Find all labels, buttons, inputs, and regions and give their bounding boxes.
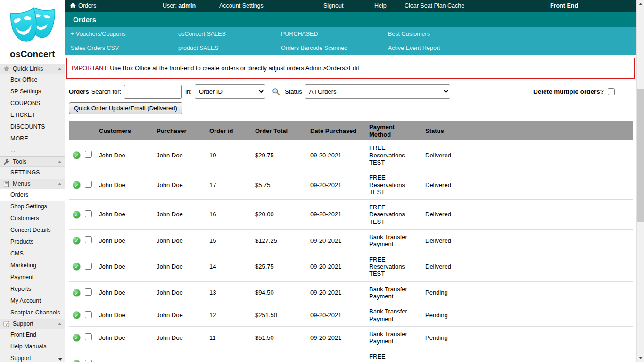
scroll-up-icon[interactable] xyxy=(637,0,644,8)
submenu-orders-barcode-scanned[interactable]: Orders Barcode Scanned xyxy=(281,45,388,51)
scroll-down-icon[interactable] xyxy=(637,354,644,362)
payment-method: FREE Reservations TEST xyxy=(365,140,421,170)
order-select-checkbox[interactable] xyxy=(85,311,92,318)
search-icon[interactable] xyxy=(272,88,280,96)
customer-name[interactable]: John Doe xyxy=(95,200,153,230)
order-select-checkbox[interactable] xyxy=(85,210,92,217)
sidebar-section-header[interactable]: ? Support xyxy=(0,319,65,329)
topnav-help[interactable]: Help xyxy=(374,2,387,9)
submenu-best-customers[interactable]: Best Customers xyxy=(388,31,636,37)
sidebar-item-my-account[interactable]: My Account xyxy=(0,295,65,307)
sidebar-item-cms[interactable]: CMS xyxy=(0,248,65,260)
customer-name[interactable]: John Doe xyxy=(95,170,153,200)
col-order-total: Order Total xyxy=(251,121,306,140)
submenu-product-sales[interactable]: product SALES xyxy=(178,45,281,51)
sidebar-item-seatplan-channels[interactable]: Seatplan Channels xyxy=(0,307,65,319)
order-id: 11 xyxy=(206,327,251,349)
order-ok-icon[interactable]: ✓ xyxy=(73,181,81,189)
sidebar-item-box-office[interactable]: Box Office xyxy=(0,74,65,86)
order-select-checkbox[interactable] xyxy=(85,360,92,362)
customer-name[interactable]: John Doe xyxy=(95,349,153,362)
sidebar-item-orders[interactable]: Orders xyxy=(0,189,65,201)
table-row: ✓ John Doe John Doe 12 $251.50 09-20-202… xyxy=(69,304,633,327)
sidebar-item-support[interactable]: Support xyxy=(0,353,65,362)
vertical-scrollbar[interactable] xyxy=(636,0,644,362)
scrollbar-thumb[interactable] xyxy=(637,89,644,222)
col-status: Status xyxy=(421,121,633,140)
sidebar-item-shop-settings[interactable]: Shop Settings xyxy=(0,201,65,213)
order-id: 17 xyxy=(206,170,251,200)
collapse-arrow-icon[interactable] xyxy=(58,68,62,70)
sidebar-item-help-manuals[interactable]: Help Manuals xyxy=(0,341,65,353)
order-ok-icon[interactable]: ✓ xyxy=(73,334,81,342)
wrench-icon xyxy=(3,158,11,165)
col-order-id: Order id xyxy=(206,121,251,140)
submenu-vouchers-coupons[interactable]: + Vouchers/Coupons xyxy=(65,31,178,37)
order-ok-icon[interactable]: ✓ xyxy=(73,263,81,271)
sidebar-section-header[interactable]: Tools xyxy=(0,156,65,167)
search-in-select[interactable]: Order ID xyxy=(195,84,265,99)
sidebar-item-front-end[interactable]: Front End xyxy=(0,329,65,341)
order-select-checkbox[interactable] xyxy=(85,333,92,340)
status-filter-select[interactable]: All Orders xyxy=(305,84,450,99)
order-status: Pending xyxy=(421,327,633,349)
sidebar-item-eticket[interactable]: ETICKET xyxy=(0,109,65,121)
order-ok-icon[interactable]: ✓ xyxy=(73,151,81,159)
submenu-sales-orders-csv[interactable]: Sales Orders CSV xyxy=(65,45,178,51)
customer-name[interactable]: John Doe xyxy=(95,304,153,327)
sidebar-section-header[interactable]: Quick Links xyxy=(0,64,65,74)
sidebar-item-sp-settings[interactable]: SP Settings xyxy=(0,86,65,98)
table-row: ✓ John Doe John Doe 11 $51.50 09-20-2021… xyxy=(69,327,633,349)
table-row: ✓ John Doe John Doe 15 $127.25 09-20-202… xyxy=(69,230,633,252)
quick-order-update-button[interactable]: Quick Order Update/Email (Delivered) xyxy=(69,102,182,114)
submenu-osconcert-sales[interactable]: osConcert SALES xyxy=(178,31,281,37)
sidebar-section-header[interactable]: Menus xyxy=(0,179,65,189)
order-ok-icon[interactable]: ✓ xyxy=(73,211,81,219)
customer-name[interactable]: John Doe xyxy=(95,327,153,349)
sidebar-item-products[interactable]: Products xyxy=(0,236,65,248)
sidebar-item-[interactable]: ... xyxy=(0,145,65,156)
collapse-arrow-icon[interactable] xyxy=(58,183,62,185)
order-ok-icon[interactable]: ✓ xyxy=(73,237,81,245)
sidebar-item-discounts[interactable]: DISCOUNTS xyxy=(0,121,65,133)
main-area: Orders User: admin Account Settings Sign… xyxy=(65,0,636,362)
customer-name[interactable]: John Doe xyxy=(95,281,153,304)
payment-method: Bank Transfer Payment xyxy=(365,281,421,304)
sidebar-scroll-down-icon[interactable] xyxy=(58,358,62,361)
topnav-user[interactable]: User: admin xyxy=(163,2,196,9)
customer-name[interactable]: John Doe xyxy=(95,252,153,281)
table-header-row: Customers Purchaser Order id Order Total… xyxy=(69,121,633,140)
sidebar-item-settings[interactable]: SETTINGS xyxy=(0,167,65,179)
topnav-clear-seat-plan-cache[interactable]: Clear Seat Plan Cache xyxy=(405,2,464,9)
app-logo[interactable]: osConcert xyxy=(0,0,65,64)
sidebar-item-customers[interactable]: Customers xyxy=(0,213,65,224)
order-ok-icon[interactable]: ✓ xyxy=(73,311,81,319)
order-id: 16 xyxy=(206,200,251,230)
sidebar-item-reports[interactable]: Reports xyxy=(0,283,65,295)
search-input[interactable] xyxy=(124,85,182,99)
topnav-signout[interactable]: Signout xyxy=(323,2,343,9)
order-ok-icon[interactable]: ✓ xyxy=(73,360,81,362)
sidebar-item-more[interactable]: MORE... xyxy=(0,133,65,145)
collapse-arrow-icon[interactable] xyxy=(58,161,62,163)
order-select-checkbox[interactable] xyxy=(85,263,92,270)
customer-name[interactable]: John Doe xyxy=(95,140,153,170)
order-ok-icon[interactable]: ✓ xyxy=(73,289,81,297)
col-customers: Customers xyxy=(95,121,153,140)
sidebar-item-concert-details[interactable]: Concert Details xyxy=(0,224,65,236)
order-select-checkbox[interactable] xyxy=(85,236,92,243)
order-select-checkbox[interactable] xyxy=(85,151,92,158)
topnav-account-settings[interactable]: Account Settings xyxy=(219,2,264,9)
sidebar-item-payment[interactable]: Payment xyxy=(0,272,65,283)
topnav-front-end[interactable]: Front End xyxy=(550,2,578,9)
topnav-orders-home[interactable]: Orders xyxy=(70,2,96,9)
submenu-active-event-report[interactable]: Active Event Report xyxy=(388,45,636,51)
sidebar-item-coupons[interactable]: COUPONS xyxy=(0,98,65,109)
collapse-arrow-icon[interactable] xyxy=(58,323,62,325)
customer-name[interactable]: John Doe xyxy=(95,230,153,252)
order-select-checkbox[interactable] xyxy=(85,288,92,296)
delete-multiple-orders-checkbox[interactable] xyxy=(608,88,615,95)
order-select-checkbox[interactable] xyxy=(85,181,92,188)
submenu-purchased[interactable]: PURCHASED xyxy=(281,31,388,37)
sidebar-item-marketing[interactable]: Marketing xyxy=(0,260,65,272)
